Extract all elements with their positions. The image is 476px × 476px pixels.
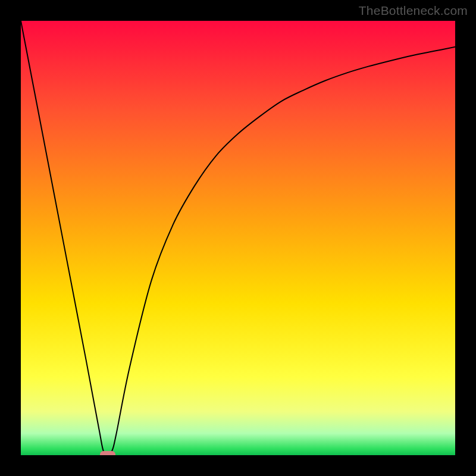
- gradient-background: [21, 21, 455, 455]
- chart-svg: [21, 21, 455, 455]
- optimal-point-marker: [100, 451, 115, 455]
- plot-area: [21, 21, 455, 455]
- watermark-text: TheBottleneck.com: [359, 4, 468, 18]
- chart-frame: TheBottleneck.com: [0, 0, 476, 476]
